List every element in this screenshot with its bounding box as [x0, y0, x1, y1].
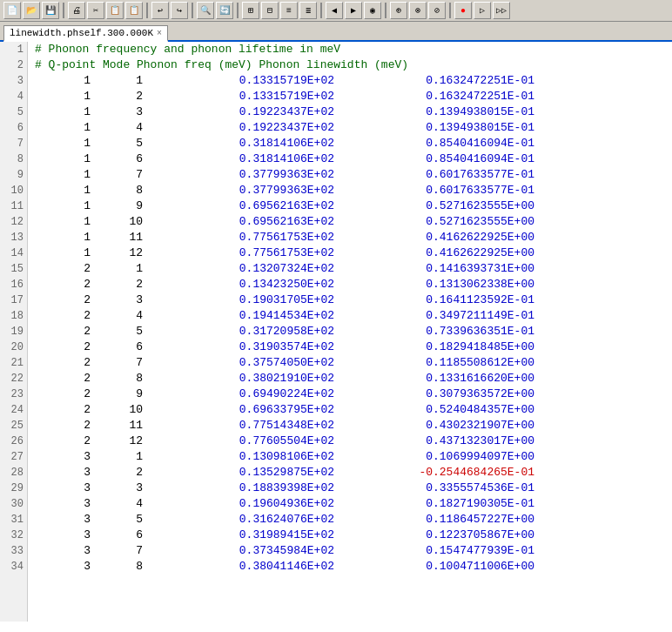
- toolbar-btn-open[interactable]: 📂: [23, 2, 40, 19]
- col-qpoint: 1: [28, 245, 97, 261]
- table-row: 2 1 0.13207324E+02 0.1416393731E+00: [28, 261, 672, 277]
- col-linewidth: 0.6017633577E-01: [341, 167, 541, 183]
- col-linewidth: -0.2544684265E-01: [341, 465, 541, 481]
- col-mode: 4: [97, 496, 150, 512]
- table-row: 2 7 0.37574050E+02 0.1185508612E+00: [28, 355, 672, 371]
- toolbar-btn-new[interactable]: 📄: [3, 2, 21, 19]
- toolbar-btn-10[interactable]: ⊘: [428, 2, 446, 19]
- comment-line-2: # Q-point Mode Phonon freq (meV) Phonon …: [28, 57, 672, 73]
- table-row: 2 5 0.31720958E+02 0.7339636351E-01: [28, 324, 672, 340]
- active-tab[interactable]: linewidth.phself.300.000K ×: [3, 25, 168, 42]
- toolbar-separator-5: [320, 3, 322, 18]
- line-numbers: 1234567891011121314151617181920212223242…: [0, 42, 28, 622]
- col-freq: 0.19031705E+02: [150, 292, 341, 308]
- line-number: 16: [0, 277, 27, 292]
- col-qpoint: 1: [28, 214, 97, 230]
- col-mode: 11: [97, 418, 150, 434]
- table-row: 1 7 0.37799363E+02 0.6017633577E-01: [28, 167, 672, 183]
- toolbar-btn-8[interactable]: ⊕: [390, 2, 407, 19]
- toolbar-btn-redo[interactable]: ↪: [171, 2, 188, 19]
- col-freq: 0.69633795E+02: [150, 402, 341, 418]
- col-qpoint: 3: [28, 528, 97, 543]
- toolbar-separator-7: [449, 3, 451, 18]
- col-linewidth: 0.8540416094E-01: [341, 151, 541, 167]
- toolbar-separator-1: [63, 3, 64, 18]
- col-freq: 0.13098106E+02: [150, 449, 341, 465]
- code-area[interactable]: # Phonon frequency and phonon lifetime i…: [28, 42, 672, 622]
- col-qpoint: 1: [28, 198, 97, 214]
- col-freq: 0.77561753E+02: [150, 245, 341, 261]
- line-number: 1: [0, 42, 27, 57]
- col-qpoint: 1: [28, 120, 97, 136]
- col-mode: 8: [97, 371, 150, 387]
- line-number: 30: [0, 496, 27, 512]
- line-number: 14: [0, 245, 27, 261]
- col-qpoint: 2: [28, 261, 97, 277]
- toolbar-btn-print[interactable]: 🖨: [68, 2, 85, 19]
- toolbar-btn-2[interactable]: ⊟: [261, 2, 279, 19]
- col-linewidth: 0.4162622925E+00: [341, 245, 541, 261]
- col-mode: 3: [97, 104, 150, 120]
- col-linewidth: 0.1632472251E-01: [341, 89, 541, 104]
- col-linewidth: 0.1185508612E+00: [341, 355, 541, 371]
- table-row: 1 6 0.31814106E+02 0.8540416094E-01: [28, 151, 672, 167]
- table-row: 1 8 0.37799363E+02 0.6017633577E-01: [28, 183, 672, 198]
- col-freq: 0.19604936E+02: [150, 496, 341, 512]
- toolbar-btn-cut[interactable]: ✂: [87, 2, 104, 19]
- col-linewidth: 0.3497211149E-01: [341, 308, 541, 324]
- col-linewidth: 0.7339636351E-01: [341, 324, 541, 340]
- col-mode: 6: [97, 340, 150, 355]
- col-linewidth: 0.1313062338E+00: [341, 277, 541, 292]
- col-freq: 0.31903574E+02: [150, 340, 341, 355]
- col-qpoint: 3: [28, 559, 97, 575]
- table-row: 2 12 0.77605504E+02 0.4371323017E+00: [28, 434, 672, 449]
- table-row: 2 8 0.38021910E+02 0.1331616620E+00: [28, 371, 672, 387]
- toolbar-btn-save[interactable]: 💾: [42, 2, 59, 19]
- toolbar-btn-1[interactable]: ⊞: [242, 2, 259, 19]
- line-number: 18: [0, 308, 27, 324]
- line-number: 15: [0, 261, 27, 277]
- toolbar-btn-5[interactable]: ◀: [326, 2, 343, 19]
- col-freq: 0.37799363E+02: [150, 167, 341, 183]
- col-mode: 2: [97, 89, 150, 104]
- col-mode: 2: [97, 465, 150, 481]
- col-qpoint: 2: [28, 402, 97, 418]
- col-qpoint: 3: [28, 496, 97, 512]
- col-mode: 7: [97, 167, 150, 183]
- toolbar-btn-3[interactable]: ≡: [280, 2, 298, 19]
- col-mode: 7: [97, 355, 150, 371]
- toolbar-btn-13[interactable]: ▷▷: [493, 2, 510, 19]
- toolbar-btn-paste[interactable]: 📋: [125, 2, 143, 19]
- toolbar-btn-4[interactable]: ≣: [299, 2, 317, 19]
- close-icon[interactable]: ×: [157, 29, 162, 38]
- col-linewidth: 0.1394938015E-01: [341, 104, 541, 120]
- toolbar-btn-6[interactable]: ▶: [345, 2, 362, 19]
- line-number: 21: [0, 355, 27, 371]
- toolbar-btn-9[interactable]: ⊗: [409, 2, 427, 19]
- table-row: 3 8 0.38041146E+02 0.1004711006E+00: [28, 559, 672, 575]
- toolbar-btn-12[interactable]: ▷: [474, 2, 491, 19]
- table-row: 2 10 0.69633795E+02 0.5240484357E+00: [28, 402, 672, 418]
- col-mode: 10: [97, 402, 150, 418]
- table-row: 2 11 0.77514348E+02 0.4302321907E+00: [28, 418, 672, 434]
- col-qpoint: 3: [28, 512, 97, 528]
- toolbar-btn-undo[interactable]: ↩: [151, 2, 169, 19]
- toolbar-btn-replace[interactable]: 🔄: [216, 2, 233, 19]
- col-mode: 4: [97, 308, 150, 324]
- table-row: 1 9 0.69562163E+02 0.5271623555E+00: [28, 198, 672, 214]
- table-row: 2 9 0.69490224E+02 0.3079363572E+00: [28, 387, 672, 402]
- line-number: 9: [0, 167, 27, 183]
- toolbar-btn-find[interactable]: 🔍: [197, 2, 214, 19]
- toolbar-btn-7[interactable]: ◉: [364, 2, 381, 19]
- col-freq: 0.31624076E+02: [150, 512, 341, 528]
- col-qpoint: 3: [28, 465, 97, 481]
- col-mode: 5: [97, 512, 150, 528]
- table-row: 1 1 0.13315719E+02 0.1632472251E-01: [28, 73, 672, 89]
- col-freq: 0.37574050E+02: [150, 355, 341, 371]
- col-mode: 8: [97, 183, 150, 198]
- col-mode: 9: [97, 198, 150, 214]
- table-row: 2 6 0.31903574E+02 0.1829418485E+00: [28, 340, 672, 355]
- toolbar-btn-copy[interactable]: 📋: [106, 2, 124, 19]
- table-row: 1 12 0.77561753E+02 0.4162622925E+00: [28, 245, 672, 261]
- toolbar-btn-11[interactable]: ●: [454, 2, 472, 19]
